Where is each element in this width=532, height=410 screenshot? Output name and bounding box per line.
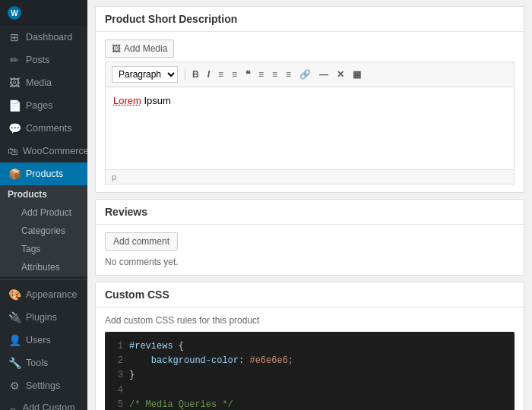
products-submenu: Products Add Product Categories Tags Att… — [0, 185, 87, 276]
wp-logo-icon: W — [8, 6, 21, 20]
code-content: /* Media Queries */ — [129, 398, 233, 410]
sidebar-item-settings[interactable]: ⚙ Settings — [0, 374, 87, 397]
custom-css-title: Custom CSS — [96, 282, 524, 308]
code-editor[interactable]: 1#reviews {2 background-color: #e6e6e6;3… — [105, 332, 515, 410]
sidebar-item-plugins[interactable]: 🔌 Plugins — [0, 306, 87, 329]
editor-content-area[interactable]: Lorem Ipsum — [105, 87, 515, 170]
editor-text: Lorem Ipsum — [113, 95, 506, 106]
custom-css-description: Add custom CSS rules for this product — [105, 315, 515, 326]
line-number: 1 — [112, 339, 123, 354]
code-line: 5/* Media Queries */ — [112, 398, 507, 410]
posts-icon: ✏ — [8, 54, 21, 66]
custom-css-body: Add custom CSS rules for this product 1#… — [96, 308, 524, 410]
link-button[interactable]: 🔗 — [296, 68, 314, 81]
main-content: Product Short Description 🖼 Add Media Pa… — [87, 0, 532, 410]
code-line: 3} — [112, 368, 507, 383]
ipsum-text: Ipsum — [141, 95, 171, 106]
settings-icon: ⚙ — [8, 380, 21, 392]
tools-icon: 🔧 — [8, 357, 21, 369]
sidebar-item-users[interactable]: 👤 Users — [0, 329, 87, 352]
sidebar-item-pages[interactable]: 📄 Pages — [0, 94, 87, 117]
sidebar-item-comments[interactable]: 💬 Comments — [0, 117, 87, 140]
sidebar-item-attributes[interactable]: Attributes — [0, 258, 87, 276]
align-center-button[interactable]: ≡ — [269, 68, 280, 81]
align-left-button[interactable]: ≡ — [255, 68, 267, 81]
code-line: 2 background-color: #e6e6e6; — [112, 354, 507, 368]
sidebar-item-appearance[interactable]: 🎨 Appearance — [0, 283, 87, 306]
sidebar-item-dashboard[interactable]: ⊞ Dashboard — [0, 26, 87, 49]
dashboard-icon: ⊞ — [8, 31, 21, 43]
add-media-icon: 🖼 — [112, 43, 121, 54]
appearance-icon: 🎨 — [8, 289, 21, 301]
product-short-description-panel: Product Short Description 🖼 Add Media Pa… — [95, 6, 524, 193]
pages-icon: 📄 — [8, 99, 21, 112]
submenu-header: Products — [0, 185, 87, 203]
sidebar-item-products[interactable]: 📦 Products — [0, 162, 87, 185]
table-button[interactable]: ▦ — [350, 68, 364, 81]
reviews-title: Reviews — [96, 200, 524, 225]
custom-css-panel: Custom CSS Add custom CSS rules for this… — [95, 282, 524, 410]
sidebar-item-tags[interactable]: Tags — [0, 240, 87, 258]
add-comment-button[interactable]: Add comment — [105, 232, 178, 251]
sidebar-item-tools[interactable]: 🔧 Tools — [0, 352, 87, 374]
line-number: 4 — [112, 383, 123, 398]
unordered-list-button[interactable]: ≡ — [215, 68, 226, 81]
code-content: } — [129, 368, 135, 383]
bold-button[interactable]: B — [189, 68, 202, 81]
woocommerce-icon: 🛍 — [8, 145, 18, 157]
toolbar-sep-1 — [185, 68, 185, 80]
ordered-list-button[interactable]: ≡ — [229, 68, 240, 81]
code-line: 4 — [112, 383, 507, 398]
products-icon: 📦 — [8, 168, 21, 180]
custom-css-icon: {} — [8, 407, 18, 410]
sidebar-item-categories[interactable]: Categories — [0, 222, 87, 240]
remove-format-button[interactable]: ✕ — [334, 68, 347, 81]
users-icon: 👤 — [8, 334, 21, 346]
sidebar-item-add-product[interactable]: Add Product — [0, 203, 87, 222]
reviews-panel: Reviews Add comment No comments yet. — [95, 199, 524, 276]
sidebar-divider-1 — [0, 279, 87, 280]
align-right-button[interactable]: ≡ — [283, 68, 294, 81]
media-icon: 🖼 — [8, 77, 21, 89]
editor-toolbar: Paragraph B I ≡ ≡ ❝ ≡ ≡ ≡ 🔗 — ✕ ▦ — [105, 62, 515, 87]
sidebar-item-posts[interactable]: ✏ Posts — [0, 49, 87, 71]
sidebar-item-woocommerce[interactable]: 🛍 WooCommerce — [0, 140, 87, 162]
horizontal-rule-button[interactable]: — — [316, 68, 331, 81]
paragraph-select[interactable]: Paragraph — [112, 66, 178, 83]
line-number: 2 — [112, 354, 123, 368]
reviews-body: Add comment No comments yet. — [96, 225, 524, 275]
blockquote-button[interactable]: ❝ — [242, 68, 253, 81]
line-number: 3 — [112, 368, 123, 383]
code-content: #reviews { — [129, 339, 184, 354]
wp-logo-area[interactable]: W — [0, 0, 87, 26]
italic-button[interactable]: I — [204, 68, 213, 81]
no-comments-text: No comments yet. — [105, 257, 515, 267]
comments-icon: 💬 — [8, 122, 21, 134]
editor-footer: p — [105, 170, 515, 184]
code-line: 1#reviews { — [112, 339, 507, 354]
short-description-body: 🖼 Add Media Paragraph B I ≡ ≡ ❝ ≡ ≡ ≡ 🔗 … — [96, 32, 524, 192]
plugins-icon: 🔌 — [8, 311, 21, 323]
sidebar-item-add-custom-css[interactable]: {} Add Custom CSS — [0, 397, 87, 410]
sidebar-item-media[interactable]: 🖼 Media — [0, 71, 87, 94]
add-media-button[interactable]: 🖼 Add Media — [105, 39, 174, 58]
sidebar: W ⊞ Dashboard ✏ Posts 🖼 Media 📄 Pages 💬 … — [0, 0, 87, 410]
line-number: 5 — [112, 398, 123, 410]
code-content: background-color: #e6e6e6; — [129, 354, 293, 368]
short-description-title: Product Short Description — [96, 7, 524, 32]
lorem-text: Lorem — [113, 95, 141, 106]
